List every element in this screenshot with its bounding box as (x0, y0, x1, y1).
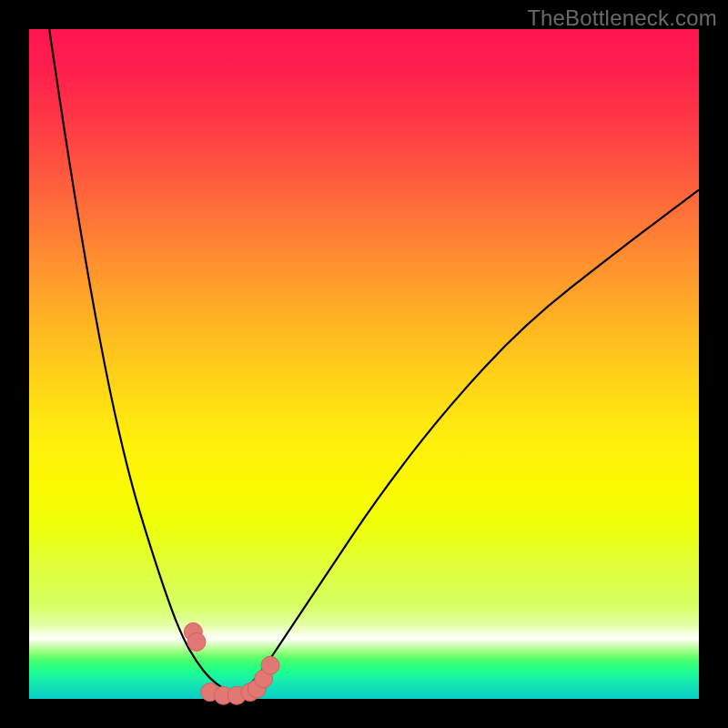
gradient-plot-area (29, 29, 699, 699)
watermark-text: TheBottleneck.com (527, 5, 717, 31)
